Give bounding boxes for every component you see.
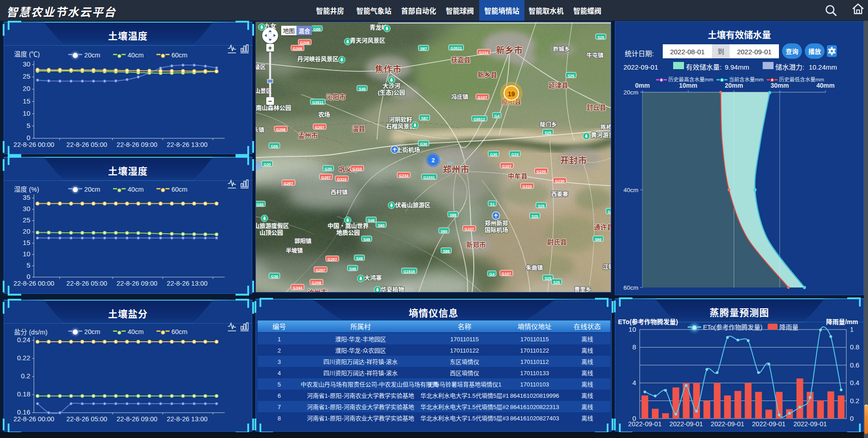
svg-text:0.22: 0.22 [17,353,30,362]
svg-text:22-8-26 13:00: 22-8-26 13:00 [167,278,208,287]
svg-text:22-8-26 05:00: 22-8-26 05:00 [66,278,107,287]
svg-text:2022-09-01: 2022-09-01 [711,419,744,428]
svg-text:20: 20 [23,83,30,93]
svg-text:22-8-26 13:00: 22-8-26 13:00 [167,139,208,149]
svg-text:0.2: 0.2 [21,371,30,380]
svg-text:22-8-26 09:00: 22-8-26 09:00 [117,414,157,423]
svg-text:60cm: 60cm [623,283,638,292]
svg-text:10: 10 [23,108,30,118]
svg-text:10mm: 10mm [679,80,697,89]
svg-text:20mm: 20mm [725,80,743,89]
svg-text:0.8: 0.8 [850,342,859,351]
svg-text:25: 25 [23,71,30,80]
svg-text:2022-09-01: 2022-09-01 [752,419,786,428]
svg-text:0.18: 0.18 [17,389,30,398]
svg-text:22-8-26 05:00: 22-8-26 05:00 [66,414,107,423]
svg-text:15: 15 [23,237,30,247]
svg-text:20cm: 20cm [623,87,638,96]
svg-text:0: 0 [850,413,854,423]
svg-text:2022-09-01: 2022-09-01 [670,419,703,428]
svg-text:2022-09-01: 2022-09-01 [628,419,661,428]
svg-text:8: 8 [632,342,636,351]
svg-text:30: 30 [23,59,30,68]
svg-text:22-8-26 00:00: 22-8-26 00:00 [14,139,54,149]
svg-text:0.4: 0.4 [850,377,859,387]
svg-text:22-8-26 13:00: 22-8-26 13:00 [167,414,208,423]
svg-text:30: 30 [23,203,30,213]
svg-text:22-8-26 00:00: 22-8-26 00:00 [14,278,54,287]
svg-text:20: 20 [23,226,30,235]
svg-text:0.2: 0.2 [850,396,859,405]
svg-text:15: 15 [23,96,30,105]
svg-text:22-8-26 00:00: 22-8-26 00:00 [14,414,54,423]
svg-text:10: 10 [23,249,30,258]
svg-text:35: 35 [23,192,30,202]
svg-text:40mm: 40mm [816,80,835,89]
svg-text:22-8-26 09:00: 22-8-26 09:00 [117,278,157,287]
svg-text:4: 4 [632,377,636,387]
svg-text:25: 25 [23,215,30,224]
svg-text:40cm: 40cm [623,185,638,194]
svg-text:0.6: 0.6 [850,360,859,369]
svg-text:30mm: 30mm [771,80,789,89]
svg-text:5: 5 [27,260,30,269]
svg-text:22-8-26 05:00: 22-8-26 05:00 [66,139,107,149]
svg-text:22-8-26 09:00: 22-8-26 09:00 [117,139,157,149]
svg-text:2022-09-01: 2022-09-01 [793,419,827,428]
svg-text:5: 5 [27,120,30,130]
